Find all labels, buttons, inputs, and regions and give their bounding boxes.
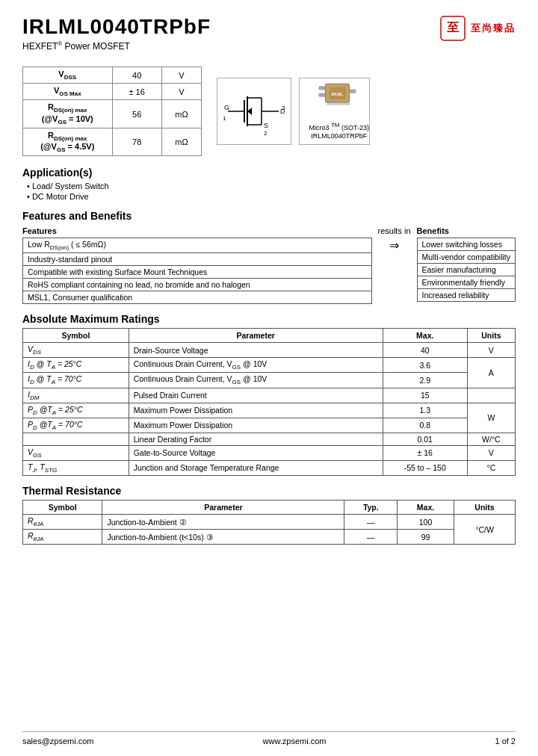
spec-symbol-rds45: RDS(on) max(@VGS = 4.5V) (23, 128, 113, 155)
svg-text:1: 1 (223, 115, 226, 122)
benefit-cell-3: Environmentally friendly (417, 276, 515, 289)
features-subtitle: Features (22, 226, 372, 235)
param-3: Pulsed Drain Current (129, 388, 383, 403)
footer-page: 1 of 2 (495, 737, 516, 746)
thcol-units: Units (454, 500, 515, 514)
param-5: Maximum Power Dissipation (129, 418, 383, 433)
param-6: Linear Derating Factor (129, 433, 383, 445)
svg-text:2: 2 (264, 130, 268, 137)
features-col: Features Low RDS(on) ( ≤ 56mΩ) Industry-… (22, 226, 372, 304)
specs-table: VDSS 40 V VGS Max ± 16 V RDS(on) max(@VG… (22, 66, 202, 156)
feature-row-2: Compatible with existing Surface Mount T… (23, 266, 372, 279)
thcol-parameter: Parameter (102, 500, 344, 514)
results-arrow: ⇒ (389, 238, 399, 252)
thtyp-1: — (344, 530, 398, 545)
page: IRLML0040TRPbF HEXFET® Power MOSFET 至 至尚… (0, 0, 538, 756)
applications-section: Application(s) Load/ System Switch DC Mo… (22, 167, 516, 201)
sym-6 (23, 433, 129, 445)
abs-row-2: ID @ TA = 70°C Continuous Drain Current,… (23, 373, 516, 388)
benefit-row-1: Multi-vendor compatibility (417, 251, 515, 264)
feature-cell-1: Industry-standard pinout (23, 253, 372, 266)
unit-1: A (467, 358, 515, 388)
feature-cell-0: Low RDS(on) ( ≤ 56mΩ) (23, 238, 372, 253)
footer-email: sales@zpsemi.com (22, 737, 94, 746)
thermal-table: Symbol Parameter Typ. Max. Units RθJA Ju… (22, 500, 516, 545)
abs-max-table: Symbol Parameter Max. Units VDS Drain-So… (22, 328, 516, 476)
thcol-max: Max. (398, 500, 454, 514)
thparam-1: Junction-to-Ambient (t<10s) ③ (102, 530, 344, 545)
feature-row-4: MSL1, Consumer qualification (23, 291, 372, 304)
sym-2: ID @ TA = 70°C (23, 373, 129, 388)
thtyp-0: — (344, 514, 398, 529)
thermal-header: Symbol Parameter Typ. Max. Units (23, 500, 516, 514)
spec-unit-rds10: mΩ (161, 100, 201, 128)
logo-area: 至 至尚臻品 (439, 15, 516, 42)
unit-4: W (467, 403, 515, 433)
col-units: Units (467, 329, 515, 343)
thunit-0: °C/W (454, 514, 515, 544)
unit-8: °C (467, 460, 515, 475)
benefit-cell-2: Easier manufacturing (417, 264, 515, 276)
features-benefits-row: Features Low RDS(on) ( ≤ 56mΩ) Industry-… (22, 226, 516, 304)
unit-6: W/°C (467, 433, 515, 445)
features-benefits-title: Features and Benefits (22, 210, 516, 222)
specs-diagram-row: VDSS 40 V VGS Max ± 16 V RDS(on) max(@VG… (22, 66, 516, 156)
feature-cell-2: Compatible with existing Surface Mount T… (23, 266, 372, 279)
abs-max-section: Absolute Maximum Ratings Symbol Paramete… (22, 313, 516, 476)
thermal-title: Thermal Resistance (22, 485, 516, 497)
sym-4: PD @TA = 25°C (23, 403, 129, 418)
benefit-row-3: Environmentally friendly (417, 276, 515, 289)
abs-row-3: IDM Pulsed Drain Current 15 (23, 388, 516, 403)
mosfet-svg: G D S 1 3 2 (220, 81, 288, 141)
app-item-0: Load/ System Switch (27, 182, 516, 190)
abs-max-header: Symbol Parameter Max. Units (23, 329, 516, 343)
applications-list: Load/ System Switch DC Motor Drive (27, 182, 516, 201)
feature-row-3: RoHS compliant containing no lead, no br… (23, 279, 372, 291)
abs-row-5: PD @TA = 70°C Maximum Power Dissipation … (23, 418, 516, 433)
app-item-1: DC Motor Drive (27, 192, 516, 201)
spec-symbol-rds10: RDS(on) max(@VGS = 10V) (23, 100, 113, 128)
features-table: Low RDS(on) ( ≤ 56mΩ) Industry-standard … (22, 238, 372, 304)
sym-8: TJ, TSTG (23, 460, 129, 475)
abs-row-6: Linear Derating Factor 0.01 W/°C (23, 433, 516, 445)
svg-rect-17 (319, 87, 326, 90)
feature-cell-4: MSL1, Consumer qualification (23, 291, 372, 304)
max-1: 3.6 (383, 358, 467, 373)
abs-row-1: ID @ TA = 25°C Continuous Drain Current,… (23, 358, 516, 373)
footer: sales@zpsemi.com www.zpsemi.com 1 of 2 (22, 731, 516, 746)
spec-row-rds10: RDS(on) max(@VGS = 10V) 56 mΩ (23, 100, 202, 128)
spec-row-vdss: VDSS 40 V (23, 67, 202, 84)
col-parameter: Parameter (129, 329, 383, 343)
spec-row-vgsmax: VGS Max ± 16 V (23, 84, 202, 100)
mosfet-schematic: G D S 1 3 2 (217, 78, 291, 145)
sym-0: VDS (23, 343, 129, 358)
benefit-cell-4: Increased reliability (417, 289, 515, 302)
sym-1: ID @ TA = 25°C (23, 358, 129, 373)
abs-row-8: TJ, TSTG Junction and Storage Temperatur… (23, 460, 516, 475)
benefit-row-4: Increased reliability (417, 289, 515, 302)
sym-5: PD @TA = 70°C (23, 418, 129, 433)
max-8: -55 to – 150 (383, 460, 467, 475)
param-1: Continuous Drain Current, VGS @ 10V (129, 358, 383, 373)
benefit-row-2: Easier manufacturing (417, 264, 515, 276)
spec-value-vgsmax: ± 16 (112, 84, 161, 100)
thmax-0: 100 (398, 514, 454, 529)
max-6: 0.01 (383, 433, 467, 445)
spec-unit-rds45: mΩ (161, 128, 201, 155)
svg-text:S: S (264, 122, 268, 129)
spec-symbol-vdss: VDSS (23, 67, 113, 84)
benefits-table: Lower switching losses Multi-vendor comp… (417, 238, 516, 302)
param-8: Junction and Storage Temperature Range (129, 460, 383, 475)
param-7: Gate-to-Source Voltage (129, 445, 383, 460)
param-0: Drain-Source Voltage (129, 343, 383, 358)
diagram-area: G D S 1 3 2 (217, 66, 370, 156)
sym-3: IDM (23, 388, 129, 403)
thcol-symbol: Symbol (23, 500, 102, 514)
features-benefits-section: Features and Benefits Features Low RDS(o… (22, 210, 516, 304)
benefit-cell-1: Multi-vendor compatibility (417, 251, 515, 264)
part-subtitle: HEXFET® Power MOSFET (22, 40, 211, 52)
thsym-0: RθJA (23, 514, 102, 529)
svg-text:G: G (224, 104, 229, 111)
max-4: 1.3 (383, 403, 467, 418)
max-3: 15 (383, 388, 467, 403)
